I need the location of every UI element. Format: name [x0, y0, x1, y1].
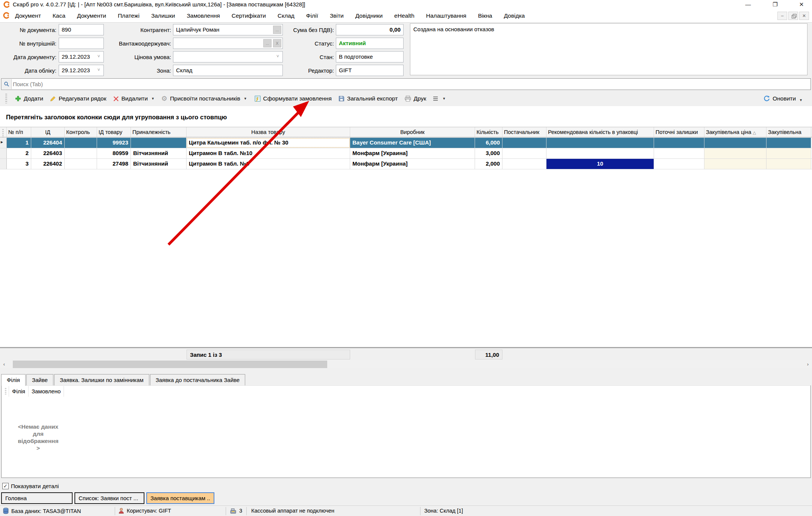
col-header-npp[interactable]: № п/п: [7, 127, 31, 137]
col-header-origin[interactable]: Приналежність: [131, 127, 187, 137]
state-field[interactable]: В подготовке: [336, 51, 404, 62]
delete-x-icon: [113, 96, 119, 102]
scroll-left-icon[interactable]: ‹: [0, 360, 8, 368]
col-header-name[interactable]: Назва товару: [187, 127, 350, 137]
statusbar-separator: [246, 507, 247, 515]
add-button[interactable]: Додати: [12, 93, 47, 104]
delete-button[interactable]: Видалити▼: [110, 93, 158, 104]
sum-no-vat-field[interactable]: 0,00: [336, 24, 404, 35]
table-row[interactable]: 2 226403 80959 Вітчизняний Цитрамон В та…: [0, 148, 812, 159]
show-details-checkbox[interactable]: ✓ Показувати деталі: [2, 483, 59, 489]
database-icon: [3, 508, 9, 514]
header-grip-icon: [0, 127, 7, 137]
scrollbar-thumb[interactable]: [13, 361, 327, 368]
print-button[interactable]: Друк: [401, 93, 430, 104]
detail-grid-header: Філія Замовлено: [2, 386, 64, 397]
quantity-total: 11,00: [475, 350, 502, 359]
col-header-product-id[interactable]: ІД товару: [97, 127, 131, 137]
col-header-recommended[interactable]: Рекомендована кількість в упаковці: [546, 127, 654, 137]
detail-col-branch[interactable]: Філія: [9, 386, 29, 397]
row-indicator-icon: ▸: [0, 138, 7, 148]
group-by-hint: Перетягніть заголовок колонки сюди для у…: [6, 114, 227, 121]
col-header-producer[interactable]: Виробник: [350, 127, 475, 137]
col-header-quantity[interactable]: Кількість: [475, 127, 502, 137]
menu-orders[interactable]: Замовлення: [186, 11, 220, 21]
no-data-message: <Немає даних для відображення >: [11, 423, 65, 452]
grid-zone: Перетягніть заголовок колонки сюди для у…: [0, 106, 812, 347]
form-order-button[interactable]: Сформувати замовлення: [250, 93, 335, 104]
internal-number-label: № внутрішній:: [0, 40, 56, 47]
search-button[interactable]: [2, 79, 12, 89]
menu-logo-icon: [3, 12, 10, 19]
mdi-minimize-button[interactable]: ‒: [777, 12, 787, 20]
menu-branches[interactable]: Філії: [305, 11, 319, 21]
contractor-label: Контрагент:: [96, 27, 171, 33]
col-header-purchase-price[interactable]: Закупівельна ціна △: [704, 127, 766, 137]
sort-asc-icon: △: [753, 130, 756, 135]
window-close-button[interactable]: ✕: [794, 0, 809, 9]
menu-reports[interactable]: Звіти: [329, 11, 345, 21]
table-row[interactable]: ▸ 1 226404 99923 Цитра Кальцемин таб. п/…: [0, 138, 812, 148]
tab-branch[interactable]: Філія: [1, 374, 26, 386]
col-header-purchase[interactable]: Закупівельна: [766, 127, 811, 137]
dropdown-arrow-icon[interactable]: ▼: [799, 98, 803, 102]
checkbox-checked-icon[interactable]: ✓: [2, 483, 9, 489]
editor-field[interactable]: GIFT: [336, 65, 404, 76]
menu-stocks[interactable]: Залишки: [150, 11, 176, 21]
general-export-button[interactable]: Загальний експорт: [335, 93, 401, 104]
tab-supplier-request-excess[interactable]: Заявка до постачальника Зайве: [150, 374, 246, 386]
dropdown-arrow-icon[interactable]: ▼: [151, 97, 155, 100]
window-restore-button[interactable]: ❐: [768, 0, 783, 9]
mdi-close-button[interactable]: ✕: [799, 12, 809, 20]
status-field[interactable]: Активний: [336, 38, 404, 49]
recommended-qty-cell[interactable]: 10: [546, 159, 654, 169]
col-header-control[interactable]: Контроль: [65, 127, 97, 137]
menu-help[interactable]: Довідка: [503, 11, 526, 21]
toolbar-grip-icon: [5, 94, 7, 104]
menu-payments[interactable]: Платежі: [117, 11, 140, 21]
menu-document[interactable]: Документ: [14, 11, 42, 21]
refresh-icon: [763, 96, 770, 102]
price-condition-label: Цінова умова:: [96, 54, 171, 60]
account-date-label: Дата обліку:: [0, 67, 56, 74]
window-minimize-button[interactable]: —: [741, 0, 756, 9]
cash-register-icon: [230, 508, 237, 514]
dropdown-arrow-icon[interactable]: ▼: [244, 97, 247, 100]
menu-warehouse[interactable]: Склад: [277, 11, 295, 21]
view-options-button[interactable]: ▼: [430, 94, 449, 103]
gear-icon: ⚙: [161, 96, 167, 102]
col-header-supplier[interactable]: Постачальник: [502, 127, 546, 137]
search-icon: [4, 81, 9, 87]
menu-kasa[interactable]: Каса: [52, 11, 66, 21]
mdi-restore-button[interactable]: [788, 12, 798, 20]
window-tab-supplier-request[interactable]: Заявка поставщикам ..: [146, 492, 214, 504]
col-header-id[interactable]: ІД: [31, 127, 65, 137]
database-status: База даних: TASAЗ@TITAN: [11, 508, 81, 514]
focused-cell[interactable]: Цитра Кальцемин таб. п/о фл. № 30: [187, 138, 350, 148]
horizontal-scrollbar[interactable]: ‹ ›: [0, 360, 812, 368]
menu-settings[interactable]: Налаштування: [425, 11, 467, 21]
refresh-button[interactable]: Оновити▼: [760, 93, 806, 104]
window-tab-main[interactable]: Головна: [1, 492, 73, 504]
detail-grip-icon: [2, 386, 9, 397]
table-row[interactable]: 3 226402 27498 Вітчизняний Цитрамон В та…: [0, 159, 812, 169]
search-input[interactable]: [13, 79, 806, 89]
menu-windows[interactable]: Вікна: [477, 11, 493, 21]
tab-excess[interactable]: Зайве: [26, 374, 53, 386]
detail-col-ordered[interactable]: Замовлено: [29, 386, 64, 397]
scroll-right-icon[interactable]: ›: [804, 360, 812, 368]
menu-certificates[interactable]: Сертифікати: [231, 11, 267, 21]
menu-ehealth[interactable]: eHealth: [393, 11, 415, 21]
col-header-current-stock[interactable]: Поточні залишки: [654, 127, 704, 137]
dropdown-arrow-icon[interactable]: ▼: [442, 97, 446, 100]
window-tab-list[interactable]: Список: Заявки пост ...: [74, 492, 144, 504]
menu-documents[interactable]: Документи: [76, 11, 107, 21]
comment-field[interactable]: Создана на основании отказов: [410, 23, 807, 75]
show-details-label: Показувати деталі: [11, 483, 59, 489]
list-icon: [433, 96, 439, 101]
edit-row-button[interactable]: Редагувати рядок: [47, 93, 110, 104]
detail-panel: Філія Замовлено <Немає даних для відобра…: [1, 385, 811, 478]
assign-suppliers-button[interactable]: ⚙ Присвоїти постачальників▼: [158, 93, 250, 104]
menu-directories[interactable]: Довідники: [355, 11, 384, 21]
tab-request-substitute-stock[interactable]: Заявка. Залишки по замінникам: [54, 374, 149, 386]
